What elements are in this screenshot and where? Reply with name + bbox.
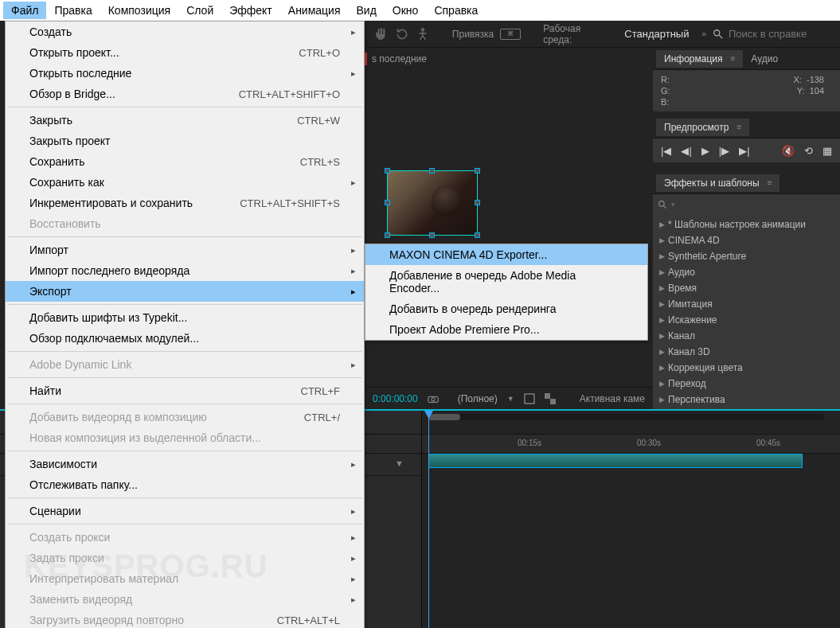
menu-справка[interactable]: Справка bbox=[426, 2, 486, 19]
file-menu-item[interactable]: Импорт▸ bbox=[6, 240, 364, 260]
file-menu-item[interactable]: ЗакрытьCTRL+W bbox=[6, 110, 364, 131]
preview-tab[interactable]: Предпросмотр≡ bbox=[656, 119, 749, 136]
effects-tree-item[interactable]: ▶CINEMA 4D bbox=[653, 232, 840, 248]
expand-icon: ▶ bbox=[659, 380, 665, 388]
file-menu-item[interactable]: Сценарии▸ bbox=[6, 501, 364, 521]
mute-icon[interactable]: 🔇 bbox=[782, 145, 795, 157]
file-menu-item[interactable]: Открыть проект...CTRL+O bbox=[6, 42, 364, 63]
chevron-down-icon[interactable]: » bbox=[701, 29, 706, 38]
file-menu-item[interactable]: НайтиCTRL+F bbox=[6, 380, 364, 401]
menu-слой[interactable]: Слой bbox=[178, 2, 221, 19]
timeline-track-area[interactable]: 00:15s 00:30s 00:45s bbox=[422, 411, 840, 628]
export-submenu-item[interactable]: Проект Adobe Premiere Pro... bbox=[365, 319, 647, 340]
effects-tree-item[interactable]: ▶Время bbox=[653, 280, 840, 296]
search-input[interactable] bbox=[729, 28, 832, 40]
submenu-arrow-icon: ▸ bbox=[351, 459, 356, 470]
playhead[interactable] bbox=[428, 411, 429, 628]
audio-tab[interactable]: Аудио bbox=[743, 50, 786, 68]
top-toolbar: Привязка ⌘ Рабочая среда: Стандартный » bbox=[366, 21, 840, 48]
effects-tree-item[interactable]: ▶Имитация bbox=[653, 296, 840, 312]
file-menu-item[interactable]: Экспорт▸ bbox=[6, 281, 364, 302]
expand-icon: ▶ bbox=[659, 284, 665, 292]
active-camera-label[interactable]: Активная каме bbox=[580, 393, 645, 404]
svg-point-1 bbox=[714, 29, 720, 35]
camera-icon[interactable] bbox=[428, 394, 439, 404]
resolution-dropdown[interactable]: (Полное) bbox=[458, 393, 498, 404]
panel-menu-icon[interactable]: ≡ bbox=[727, 54, 735, 63]
ram-preview-icon[interactable]: ▦ bbox=[822, 145, 832, 157]
go-to-end-icon[interactable]: ▶| bbox=[739, 145, 749, 157]
effects-tree-item[interactable]: ▶Аудио bbox=[653, 264, 840, 280]
puppet-icon[interactable] bbox=[416, 27, 430, 41]
file-menu-item: Заменить видеоряд▸ bbox=[6, 589, 364, 610]
file-menu-item[interactable]: Импорт последнего видеоряда▸ bbox=[6, 260, 364, 281]
grid-icon[interactable] bbox=[524, 393, 535, 404]
menu-анимация[interactable]: Анимация bbox=[280, 2, 349, 19]
file-menu-item: Adobe Dynamic Link▸ bbox=[6, 354, 364, 375]
file-menu-item: Загрузить видеоряд повторноCTRL+ALT+L bbox=[6, 610, 364, 628]
file-menu-item[interactable]: Создать▸ bbox=[6, 21, 364, 42]
menu-эффект[interactable]: Эффект bbox=[221, 2, 280, 19]
effects-tree-item[interactable]: ▶Synthetic Aperture bbox=[653, 248, 840, 264]
file-menu-item: Восстановить bbox=[6, 213, 364, 234]
file-menu-item[interactable]: Отслеживать папку... bbox=[6, 474, 364, 495]
rotate-icon[interactable] bbox=[395, 27, 409, 41]
composition-tab[interactable]: s последние bbox=[365, 48, 427, 70]
snap-toggle[interactable]: ⌘ bbox=[500, 29, 521, 40]
submenu-arrow-icon: ▸ bbox=[351, 27, 356, 37]
prev-frame-icon[interactable]: ◀| bbox=[681, 145, 691, 157]
transparency-icon[interactable] bbox=[545, 393, 556, 404]
effects-tree-item[interactable]: ▶Канал bbox=[653, 328, 840, 344]
hand-icon[interactable] bbox=[374, 27, 389, 41]
file-menu-item[interactable]: Закрыть проект bbox=[6, 131, 364, 151]
menu-композиция[interactable]: Композиция bbox=[100, 2, 178, 19]
file-menu-item[interactable]: Открыть последние▸ bbox=[6, 63, 364, 84]
expand-icon: ▶ bbox=[659, 316, 665, 324]
next-frame-icon[interactable]: |▶ bbox=[719, 145, 729, 157]
timeline-clip[interactable] bbox=[428, 454, 803, 468]
export-submenu-item[interactable]: MAXON CINEMA 4D Exporter... bbox=[365, 244, 647, 265]
svg-line-2 bbox=[719, 34, 722, 37]
expand-icon: ▶ bbox=[659, 332, 665, 340]
effects-tree-item[interactable]: ▶* Шаблоны настроек анимации bbox=[653, 216, 840, 232]
effects-tab[interactable]: Эффекты и шаблоны≡ bbox=[656, 174, 779, 192]
time-ruler[interactable]: 00:15s 00:30s 00:45s bbox=[422, 435, 840, 454]
menu-окно[interactable]: Окно bbox=[385, 2, 427, 19]
file-menu-item[interactable]: Обзор подключаемых модулей... bbox=[6, 328, 364, 349]
viewer-layer[interactable] bbox=[387, 170, 478, 236]
effects-search[interactable]: ▾ bbox=[653, 194, 840, 215]
menu-вид[interactable]: Вид bbox=[349, 2, 385, 19]
expand-icon: ▶ bbox=[659, 220, 665, 228]
effects-tree-item[interactable]: ▶Переход bbox=[653, 376, 840, 392]
effects-tree-item[interactable]: ▶Канал 3D bbox=[653, 344, 840, 360]
file-menu-item[interactable]: СохранитьCTRL+S bbox=[6, 151, 364, 172]
timecode[interactable]: 0:00:00:00 bbox=[373, 393, 418, 404]
export-submenu-item[interactable]: Добавить в очередь рендеринга bbox=[365, 298, 647, 319]
export-submenu-item[interactable]: Добавление в очередь Adobe Media Encoder… bbox=[365, 265, 647, 298]
file-menu-item[interactable]: Инкрементировать и сохранитьCTRL+ALT+SHI… bbox=[6, 193, 364, 213]
effects-tree-item[interactable]: ▶Перспектива bbox=[653, 392, 840, 408]
workspace-value[interactable]: Стандартный bbox=[618, 26, 695, 41]
loop-icon[interactable]: ⟲ bbox=[804, 145, 813, 157]
play-icon[interactable]: ▶ bbox=[701, 145, 709, 157]
file-menu-item[interactable]: Сохранить как▸ bbox=[6, 172, 364, 193]
effects-tree-item[interactable]: ▶Искажение bbox=[653, 312, 840, 328]
submenu-arrow-icon: ▸ bbox=[351, 245, 356, 255]
collapse-icon[interactable]: ▼ bbox=[395, 458, 404, 468]
file-menu-item[interactable]: Обзор в Bridge...CTRL+ALT+SHIFT+O bbox=[6, 84, 364, 104]
expand-icon: ▶ bbox=[659, 396, 665, 404]
snapping-label: Привязка bbox=[452, 29, 494, 40]
menu-файл[interactable]: Файл bbox=[3, 2, 46, 19]
submenu-arrow-icon: ▸ bbox=[351, 287, 356, 297]
info-tab[interactable]: Информация≡ bbox=[656, 50, 743, 68]
timeline-zoom-slider[interactable] bbox=[428, 414, 824, 420]
go-to-start-icon[interactable]: |◀ bbox=[661, 145, 671, 157]
effects-tree-item[interactable]: ▶Коррекция цвета bbox=[653, 360, 840, 376]
menu-правка[interactable]: Правка bbox=[46, 2, 100, 19]
file-menu-item[interactable]: Добавить шрифты из Typekit... bbox=[6, 307, 364, 328]
watermark: KEYSPROG.RU bbox=[24, 548, 268, 584]
search-icon[interactable] bbox=[713, 29, 724, 40]
file-menu-item: Добавить видеоряд в композициюCTRL+/ bbox=[6, 407, 364, 427]
submenu-arrow-icon: ▸ bbox=[351, 553, 356, 564]
file-menu-item[interactable]: Зависимости▸ bbox=[6, 454, 364, 474]
